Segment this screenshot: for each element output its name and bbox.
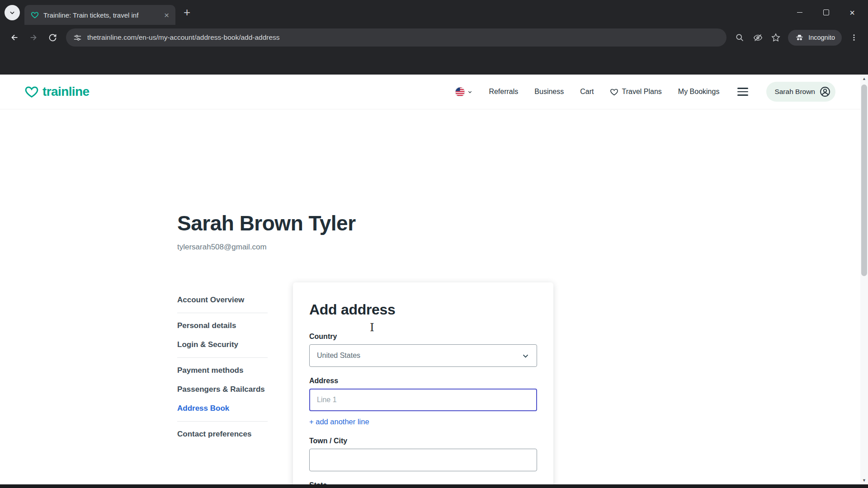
brand-name: trainline bbox=[42, 84, 90, 99]
account-sidebar: Account Overview Personal details Login … bbox=[177, 291, 268, 444]
menu-button[interactable] bbox=[736, 86, 750, 97]
address-label: Address bbox=[309, 377, 537, 385]
country-value: United States bbox=[317, 352, 360, 360]
nav-travel-plans[interactable]: Travel Plans bbox=[610, 88, 661, 96]
close-button[interactable]: × bbox=[839, 0, 865, 25]
page-title: Sarah Brown Tyler bbox=[177, 211, 356, 235]
tab-title: Trainline: Train tickets, travel inf bbox=[43, 11, 158, 19]
reload-button[interactable] bbox=[43, 28, 61, 47]
nav-cart[interactable]: Cart bbox=[580, 88, 594, 96]
heart-icon bbox=[610, 88, 618, 96]
chevron-down-icon bbox=[467, 89, 472, 94]
trainline-favicon bbox=[31, 11, 39, 19]
new-tab-button[interactable]: + bbox=[181, 5, 193, 20]
sidebar-item-payment-methods[interactable]: Payment methods bbox=[177, 361, 268, 380]
chevron-down-icon bbox=[522, 352, 529, 360]
minimize-icon bbox=[797, 12, 802, 13]
site-header: trainline bbox=[0, 75, 868, 109]
forward-button[interactable] bbox=[24, 28, 42, 47]
sidebar-item-passengers-railcards[interactable]: Passengers & Railcards bbox=[177, 380, 268, 399]
tab-close-icon[interactable]: × bbox=[162, 10, 171, 20]
browser-toolbar: thetrainline.com/en-us/my-account/addres… bbox=[0, 25, 868, 50]
close-icon: × bbox=[849, 8, 855, 17]
web-page: trainline bbox=[0, 75, 868, 484]
search-zoom-button[interactable] bbox=[731, 29, 748, 46]
country-select[interactable]: United States bbox=[309, 344, 537, 367]
language-selector[interactable] bbox=[455, 87, 472, 97]
browser-menu-button[interactable] bbox=[845, 29, 863, 46]
back-icon bbox=[9, 33, 19, 42]
page-scrollbar[interactable]: ▲ ▼ bbox=[860, 75, 868, 484]
eye-off-icon bbox=[753, 33, 763, 42]
account-name: Sarah Brown bbox=[774, 88, 815, 96]
account-button[interactable]: Sarah Brown bbox=[766, 82, 835, 102]
trainline-logo[interactable]: trainline bbox=[24, 84, 90, 99]
account-icon bbox=[819, 86, 831, 98]
trainline-logo-icon bbox=[24, 84, 39, 99]
window-controls: × bbox=[787, 0, 865, 25]
reload-icon bbox=[48, 33, 57, 42]
maximize-icon bbox=[823, 9, 829, 15]
town-city-input[interactable] bbox=[309, 449, 537, 471]
tab-strip: Trainline: Train tickets, travel inf × +… bbox=[0, 0, 868, 25]
incognito-badge: Incognito bbox=[788, 30, 842, 46]
address-line1-input[interactable] bbox=[309, 389, 537, 411]
card-title: Add address bbox=[309, 301, 537, 318]
search-icon bbox=[735, 33, 744, 42]
scrollbar-thumb[interactable] bbox=[861, 84, 867, 276]
back-button[interactable] bbox=[5, 28, 24, 47]
kebab-menu-icon bbox=[850, 33, 858, 42]
sidebar-item-account-overview[interactable]: Account Overview bbox=[177, 291, 268, 310]
password-reveal-button[interactable] bbox=[749, 29, 766, 46]
site-settings-icon bbox=[73, 33, 82, 42]
town-city-label: Town / City bbox=[309, 437, 537, 445]
bookmark-star-icon bbox=[771, 33, 780, 42]
chevron-down-icon bbox=[9, 9, 15, 16]
sidebar-item-contact-preferences[interactable]: Contact preferences bbox=[177, 425, 268, 444]
screen: Trainline: Train tickets, travel inf × +… bbox=[0, 0, 868, 488]
sidebar-divider bbox=[177, 421, 268, 422]
maximize-button[interactable] bbox=[813, 0, 839, 25]
nav-my-bookings[interactable]: My Bookings bbox=[678, 88, 720, 96]
forward-icon bbox=[28, 33, 38, 42]
sidebar-divider bbox=[177, 357, 268, 358]
us-flag-icon bbox=[455, 87, 465, 97]
sidebar-item-login-security[interactable]: Login & Security bbox=[177, 335, 268, 354]
profile-email: tylersarah508@gmail.com bbox=[177, 243, 356, 252]
bookmark-button[interactable] bbox=[767, 29, 784, 46]
site-nav: Referrals Business Cart Travel Plans My … bbox=[455, 82, 835, 102]
url-text: thetrainline.com/en-us/my-account/addres… bbox=[87, 33, 280, 42]
browser-tab[interactable]: Trainline: Train tickets, travel inf × bbox=[24, 5, 175, 25]
tab-search-button[interactable] bbox=[5, 5, 20, 20]
state-label: State bbox=[309, 481, 537, 484]
menu-icon bbox=[737, 88, 748, 89]
browser-chrome: Trainline: Train tickets, travel inf × +… bbox=[0, 0, 868, 75]
profile-heading: Sarah Brown Tyler tylersarah508@gmail.co… bbox=[177, 211, 356, 252]
address-bar[interactable]: thetrainline.com/en-us/my-account/addres… bbox=[66, 28, 726, 47]
sidebar-item-personal-details[interactable]: Personal details bbox=[177, 316, 268, 335]
incognito-label: Incognito bbox=[808, 34, 835, 41]
bottom-edge-bar bbox=[0, 484, 868, 488]
nav-business[interactable]: Business bbox=[534, 88, 564, 96]
add-another-line-link[interactable]: + add another line bbox=[309, 418, 369, 426]
incognito-icon bbox=[795, 33, 804, 42]
country-label: Country bbox=[309, 333, 537, 341]
minimize-button[interactable] bbox=[787, 0, 813, 25]
sidebar-divider bbox=[177, 313, 268, 313]
scroll-up-icon[interactable]: ▲ bbox=[860, 75, 868, 83]
sidebar-item-address-book[interactable]: Address Book bbox=[177, 399, 268, 418]
scroll-down-icon[interactable]: ▼ bbox=[860, 476, 868, 484]
add-address-card: Add address Country United States Addres… bbox=[293, 282, 553, 484]
nav-referrals[interactable]: Referrals bbox=[489, 88, 518, 96]
